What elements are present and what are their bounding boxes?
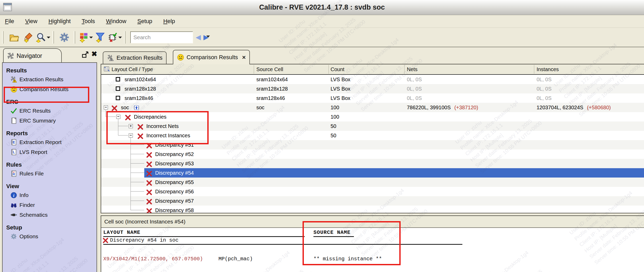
tab-extraction-results[interactable]: Extraction Results — [103, 51, 167, 64]
row-label[interactable]: Discrepancy #51 — [155, 140, 194, 149]
tab-comparison-results[interactable]: Comparison Results × — [173, 50, 250, 64]
navigator-tab[interactable]: Navigator — [3, 48, 62, 63]
table-row[interactable]: sram128x128sram128x128LVS Box0L, 0S0L, 0… — [101, 84, 644, 93]
layout-instance-name[interactable]: X9/X1042/M1(12.72500, 657.07500) — [103, 256, 203, 262]
dropdown-caret-icon — [47, 37, 50, 40]
menu-tools[interactable]: Tools — [77, 15, 100, 28]
menu-help[interactable]: Help — [158, 15, 180, 28]
row-label[interactable]: Incorrect Nets — [146, 121, 179, 131]
row-label[interactable]: Discrepancy #52 — [155, 149, 194, 159]
table-row[interactable]: Discrepancy #52 — [101, 149, 644, 159]
filter-results-button[interactable] — [93, 30, 107, 45]
expand-icon[interactable]: + — [129, 124, 133, 128]
highlighter-icon — [23, 32, 34, 43]
sidebar-item-extraction-report[interactable]: E Extraction Report — [3, 137, 97, 147]
tab-close-icon[interactable]: × — [242, 54, 246, 61]
schematic-check-button[interactable] — [107, 30, 122, 45]
row-label[interactable]: soc — [121, 103, 129, 112]
cell-nets: 0L, 0S — [407, 93, 535, 103]
row-label[interactable]: Discrepancy #57 — [155, 196, 194, 206]
sidebar-item-extraction-results[interactable]: Extraction Results — [3, 74, 97, 84]
menu-window[interactable]: Window — [101, 15, 131, 28]
sidebar-item-label: ERC Results — [19, 108, 51, 114]
table-row[interactable]: Discrepancy #56 — [101, 187, 644, 196]
row-label[interactable]: Discrepancy #58 — [155, 206, 194, 213]
cell-source: sram1024x64 — [256, 75, 329, 84]
collapse-icon[interactable]: − — [104, 105, 108, 110]
row-label[interactable]: Discrepancy #53 — [155, 159, 194, 168]
cell-count: LVS Box — [331, 93, 405, 103]
collapse-icon[interactable]: − — [116, 115, 120, 119]
sidebar-item-rules-file[interactable]: R Rules File — [3, 169, 97, 179]
details-header: Cell soc (Incorrect Instances #54) — [101, 216, 644, 228]
sidebar-item-options[interactable]: Options — [3, 232, 97, 241]
menu-file[interactable]: File — [0, 15, 19, 28]
table-row[interactable]: Discrepancy #51 — [101, 140, 644, 149]
table-row[interactable]: −Discrepancies100 — [101, 112, 644, 121]
source-missing-instance: ** missing instance ** — [313, 256, 382, 262]
collapse-icon[interactable]: − — [129, 133, 133, 138]
close-panel-icon[interactable]: ✖ — [91, 50, 97, 58]
plug-icon — [10, 211, 18, 219]
cell-layout-type: Discrepancy #54 — [101, 168, 254, 178]
sidebar-item-schematics[interactable]: Schematics — [3, 210, 97, 220]
table-row[interactable]: Discrepancy #57 — [101, 196, 644, 206]
search-input[interactable] — [131, 34, 206, 40]
cell-count: 50 — [331, 131, 405, 140]
table-row[interactable]: Discrepancy #53 — [101, 159, 644, 168]
sidebar-item-label: LVS Report — [19, 149, 47, 155]
sidebar-item-erc-summary[interactable]: ERC Summary — [3, 116, 97, 126]
sidebar-item-comparison-results[interactable]: Comparison Results — [3, 84, 97, 94]
row-label[interactable]: Incorrect Instances — [146, 131, 190, 140]
row-label[interactable]: sram1024x64 — [125, 75, 156, 84]
sidebar-item-label: Extraction Report — [19, 139, 61, 145]
navigator-panel: Results Extraction Results Comparison Re… — [2, 62, 97, 272]
column-header-source-cell[interactable]: Source Cell — [256, 64, 283, 74]
column-header-count[interactable]: Count — [331, 64, 344, 74]
error-x-icon — [103, 238, 108, 245]
column-header-nets[interactable]: Nets — [407, 64, 417, 74]
row-label[interactable]: sram128x46 — [125, 93, 153, 103]
table-row[interactable]: Discrepancy #54 — [101, 168, 644, 178]
column-header-layout-cell[interactable]: Layout Cell / Type — [112, 64, 153, 74]
row-label[interactable]: Discrepancy #56 — [155, 187, 194, 196]
table-row[interactable]: −socsoc100786220L, 399100S(+387120)12037… — [101, 103, 644, 112]
row-label[interactable]: Discrepancies — [134, 112, 167, 121]
column-header-instances[interactable]: Instances — [537, 64, 559, 74]
highlight-colors-button[interactable] — [78, 30, 93, 45]
row-label[interactable]: Discrepancy #55 — [155, 178, 194, 187]
search-previous-button[interactable]: ◀ — [196, 33, 201, 41]
table-row[interactable]: Discrepancy #55 — [101, 178, 644, 187]
cell-layout-type: Discrepancy #56 — [101, 187, 254, 196]
discrepancy-details-pane: Cell soc (Incorrect Instances #54) LAYOU… — [101, 215, 644, 272]
highlight-button[interactable] — [21, 30, 36, 45]
search-next-button[interactable]: ▶ — [203, 33, 209, 41]
settings-gear-button[interactable] — [57, 30, 72, 45]
sidebar-item-label: Extraction Results — [19, 76, 63, 83]
sidebar-item-erc-results[interactable]: ERC Results — [3, 106, 97, 116]
column-separator — [254, 65, 254, 74]
cell-layout-type: Discrepancy #51 — [101, 140, 254, 149]
row-label[interactable]: sram128x128 — [125, 84, 156, 93]
rule-line — [313, 236, 354, 237]
open-results-button[interactable] — [7, 30, 21, 45]
tree-connector-line — [106, 117, 116, 117]
sidebar-item-lvs-report[interactable]: L LVS Report — [3, 147, 97, 157]
menu-view[interactable]: View — [20, 15, 42, 28]
cell-source: sram128x128 — [256, 84, 329, 93]
table-row[interactable]: Discrepancy #58 — [101, 206, 644, 213]
row-label[interactable]: Discrepancy #54 — [155, 168, 194, 178]
zoom-highlight-button[interactable] — [36, 30, 50, 45]
table-row[interactable]: sram1024x64sram1024x64LVS Box0L, 0S0L, 0… — [101, 75, 644, 84]
sidebar-item-info[interactable]: i Info — [3, 190, 97, 200]
table-row[interactable]: sram128x46sram128x46LVS Box0L, 0S0L, 0S — [101, 93, 644, 103]
menu-highlight[interactable]: Highlight — [44, 15, 76, 28]
table-row[interactable]: +Incorrect Nets50 — [101, 121, 644, 131]
menu-setup[interactable]: Setup — [132, 15, 157, 28]
float-panel-icon[interactable] — [81, 51, 89, 60]
sidebar-item-label: Info — [19, 192, 29, 198]
nav-section-view: View — [6, 183, 97, 190]
table-row[interactable]: −Incorrect Instances50 — [101, 131, 644, 140]
column-separator — [534, 65, 534, 74]
sidebar-item-finder[interactable]: Finder — [3, 200, 97, 210]
